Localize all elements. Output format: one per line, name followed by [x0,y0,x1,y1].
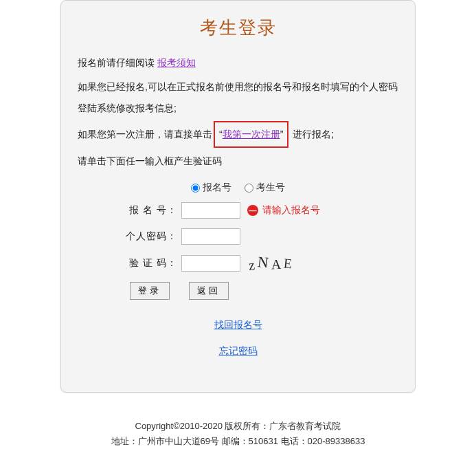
login-button[interactable]: 登录 [130,282,170,300]
copyright-line: Copyright©2010-2020 版权所有：广东省教育考试院 [60,419,416,434]
radio-exam-number[interactable] [245,184,253,193]
radio-reg-number-label[interactable]: 报名号 [191,182,234,193]
radio-exam-number-label[interactable]: 考生号 [245,182,285,193]
login-panel: 考生登录 报名前请仔细阅读 报考须知 如果您已经报名,可以在正式报名前使用您的报… [60,0,416,393]
forgot-password-link[interactable]: 忘记密码 [219,345,258,358]
password-row: 个人密码： [78,228,398,245]
login-form: 报名号 考生号 报 名 号： — 请输入报名号 个人密码： 验 证 码： [78,182,398,364]
instruction-line-4: 请单击下面任一输入框产生验证码 [78,151,398,172]
radio-reg-number[interactable] [191,184,200,193]
error-icon: — [247,205,258,216]
instruction-line-2: 如果您已经报名,可以在正式报名前使用您的报名号和报名时填写的个人密码登陆系统修改… [78,76,398,119]
id-type-radio-group: 报名号 考生号 [78,182,398,194]
address-line: 地址：广州市中山大道69号 邮编：510631 电话：020-89338633 [60,434,416,449]
first-register-highlight: “我第一次注册” [214,121,288,148]
button-row: 登录 返回 [78,282,398,300]
instruction-line-3: 如果您第一次注册，请直接单击“我第一次注册” 进行报名; [78,121,398,148]
reg-number-error: 请输入报名号 [262,204,320,217]
instruction-line-1: 报名前请仔细阅读 报考须知 [78,52,398,74]
reg-number-label: 报 名 号： [126,204,177,217]
exam-notice-link[interactable]: 报考须知 [157,57,196,68]
text-post-register: 进行报名; [290,129,334,140]
captcha-image[interactable]: zNAE [249,254,295,272]
captcha-row: 验 证 码： zNAE [78,254,398,272]
password-input[interactable] [181,228,240,245]
text-pre-notice: 报名前请仔细阅读 [78,57,157,68]
captcha-input[interactable] [181,255,240,272]
page-footer: Copyright©2010-2020 版权所有：广东省教育考试院 地址：广州市… [60,419,416,449]
text-pre-register: 如果您第一次注册，请直接单击 [78,129,212,140]
instructions-block: 报名前请仔细阅读 报考须知 如果您已经报名,可以在正式报名前使用您的报名号和报名… [78,52,398,172]
reg-number-row: 报 名 号： — 请输入报名号 [78,202,398,219]
reg-number-input[interactable] [181,202,240,219]
helper-links: 找回报名号 忘记密码 [78,312,398,364]
page-title: 考生登录 [78,16,398,40]
retrieve-reg-number-link[interactable]: 找回报名号 [214,319,262,331]
back-button[interactable]: 返回 [189,282,229,300]
password-label: 个人密码： [126,230,177,243]
captcha-label: 验 证 码： [126,257,177,270]
first-register-link[interactable]: 我第一次注册 [223,129,280,140]
